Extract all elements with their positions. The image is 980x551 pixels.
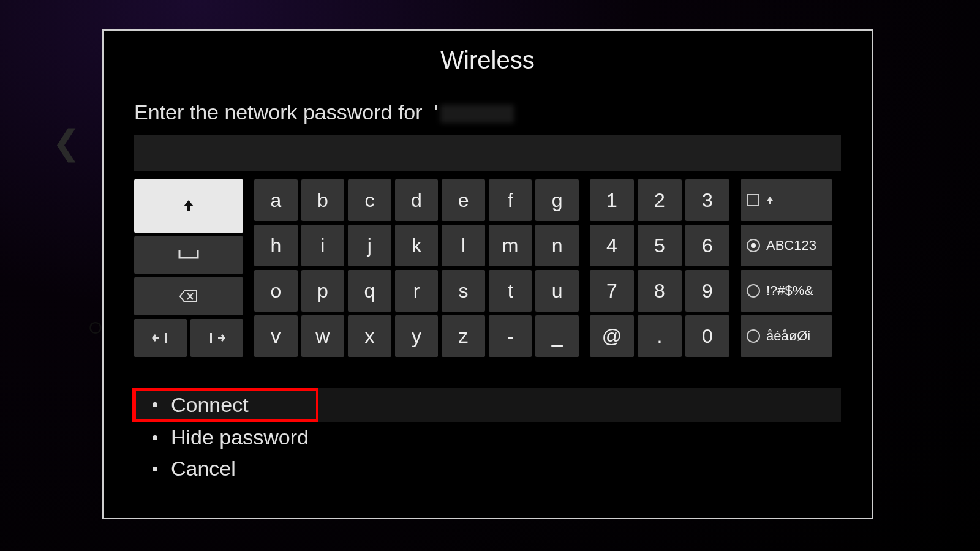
- key-backspace[interactable]: [134, 277, 243, 315]
- key-space[interactable]: [134, 236, 243, 274]
- key-r[interactable]: r: [395, 270, 439, 312]
- action-hide-password[interactable]: Hide password: [134, 422, 841, 453]
- key-o[interactable]: o: [254, 270, 298, 312]
- keyboard-number-grid: 1 2 3 4 5 6 7 8 9 @ . 0: [590, 179, 729, 357]
- key-x[interactable]: x: [348, 315, 391, 357]
- key-3[interactable]: 3: [685, 179, 729, 221]
- keyboard-letter-grid: a b c d e f g h i j k l m n o p q r s t …: [254, 179, 579, 357]
- bullet-icon: [153, 467, 157, 471]
- mode-alnum-label: ABC123: [766, 238, 816, 253]
- key-mode-accents[interactable]: åéåøØi: [741, 315, 832, 357]
- radio-off-icon: [747, 284, 760, 298]
- keyboard-utility-column: [134, 179, 243, 357]
- svg-rect-1: [210, 333, 212, 343]
- bullet-icon: [153, 402, 157, 407]
- key-b[interactable]: b: [301, 179, 345, 221]
- arrow-up-icon: [765, 195, 775, 205]
- key-underscore[interactable]: _: [535, 315, 579, 357]
- radio-off-icon: [747, 329, 760, 343]
- key-f[interactable]: f: [489, 179, 532, 221]
- bullet-icon: [153, 435, 157, 440]
- key-z[interactable]: z: [442, 315, 485, 357]
- key-8[interactable]: 8: [638, 270, 682, 312]
- back-chevron-icon: ❮: [52, 122, 81, 162]
- key-mode-alnum[interactable]: ABC123: [741, 225, 832, 266]
- password-prompt: Enter the network password for ': [134, 100, 841, 124]
- key-m[interactable]: m: [489, 225, 532, 266]
- mode-accents-label: åéåøØi: [766, 328, 810, 344]
- dialog-actions: Connect Hide password Cancel: [134, 388, 841, 484]
- key-shift[interactable]: [134, 179, 243, 233]
- key-period[interactable]: .: [638, 315, 682, 357]
- key-d[interactable]: d: [395, 179, 439, 221]
- key-w[interactable]: w: [301, 315, 345, 357]
- key-2[interactable]: 2: [638, 179, 682, 221]
- stop-icon: [747, 194, 759, 206]
- key-i[interactable]: i: [301, 225, 345, 266]
- svg-rect-0: [165, 333, 167, 343]
- key-a[interactable]: a: [254, 179, 298, 221]
- key-mode-clear[interactable]: [741, 179, 832, 221]
- key-cursor-left[interactable]: [134, 319, 187, 357]
- action-cancel-label: Cancel: [171, 457, 236, 481]
- key-e[interactable]: e: [442, 179, 485, 221]
- key-y[interactable]: y: [395, 315, 439, 357]
- key-1[interactable]: 1: [590, 179, 634, 221]
- key-q[interactable]: q: [348, 270, 391, 312]
- radio-on-icon: [747, 239, 760, 252]
- backspace-icon: [179, 290, 198, 303]
- onscreen-keyboard: a b c d e f g h i j k l m n o p q r s t …: [134, 179, 841, 357]
- cursor-right-icon: [208, 332, 225, 344]
- key-g[interactable]: g: [535, 179, 579, 221]
- ssid-redacted: [440, 105, 514, 123]
- key-t[interactable]: t: [489, 270, 532, 312]
- space-icon: [178, 249, 199, 260]
- key-9[interactable]: 9: [685, 270, 729, 312]
- focus-strip-filler: [318, 388, 841, 422]
- key-v[interactable]: v: [254, 315, 298, 357]
- key-4[interactable]: 4: [590, 225, 634, 266]
- key-at[interactable]: @: [590, 315, 634, 357]
- action-hide-password-label: Hide password: [171, 425, 309, 449]
- key-u[interactable]: u: [535, 270, 579, 312]
- shift-up-icon: [181, 198, 196, 213]
- key-cursor-right[interactable]: [190, 319, 243, 357]
- keyboard-mode-column: ABC123 !?#$%& åéåøØi: [741, 179, 832, 357]
- key-j[interactable]: j: [348, 225, 391, 266]
- key-h[interactable]: h: [254, 225, 298, 266]
- key-s[interactable]: s: [442, 270, 485, 312]
- action-cancel[interactable]: Cancel: [134, 453, 841, 484]
- key-0[interactable]: 0: [685, 315, 729, 357]
- action-connect-label: Connect: [171, 393, 249, 417]
- key-p[interactable]: p: [301, 270, 345, 312]
- password-input[interactable]: [134, 135, 841, 171]
- key-n[interactable]: n: [535, 225, 579, 266]
- dialog-title: Wireless: [134, 47, 841, 83]
- key-c[interactable]: c: [348, 179, 391, 221]
- key-5[interactable]: 5: [638, 225, 682, 266]
- key-hyphen[interactable]: -: [489, 315, 532, 357]
- key-k[interactable]: k: [395, 225, 439, 266]
- key-mode-symbols[interactable]: !?#$%&: [741, 270, 832, 312]
- key-7[interactable]: 7: [590, 270, 634, 312]
- wireless-password-dialog: Wireless Enter the network password for …: [102, 29, 873, 519]
- prompt-text: Enter the network password for: [134, 100, 423, 124]
- cursor-left-icon: [152, 332, 169, 344]
- key-6[interactable]: 6: [685, 225, 729, 266]
- mode-symbols-label: !?#$%&: [766, 283, 813, 299]
- action-connect[interactable]: Connect: [134, 389, 318, 421]
- key-l[interactable]: l: [442, 225, 485, 266]
